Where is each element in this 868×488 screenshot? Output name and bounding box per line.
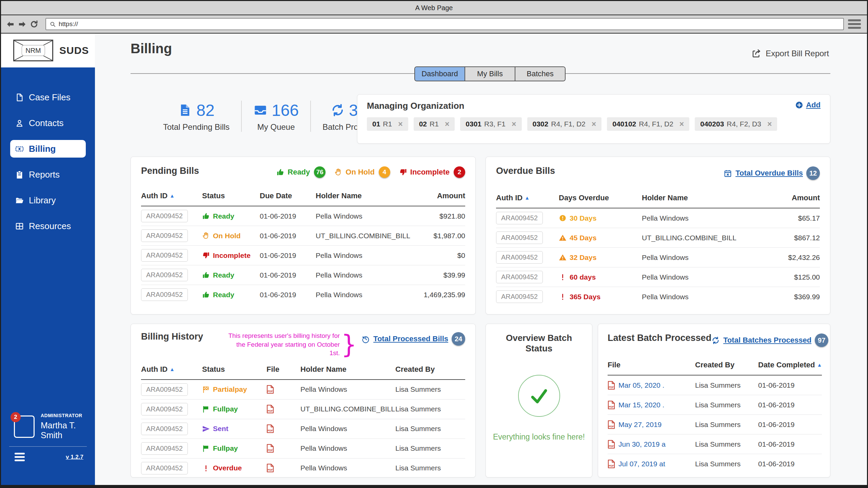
sidebar-item-library[interactable]: Library <box>10 191 86 209</box>
pdf-file-button[interactable]: PDF <box>267 385 274 394</box>
add-organization-button[interactable]: Add <box>795 101 821 109</box>
pdf-icon: PDF <box>608 460 615 468</box>
column-header-amount[interactable]: Amount <box>737 194 820 208</box>
pdf-file-button[interactable]: PDF <box>267 464 274 472</box>
pdf-file-button[interactable]: PDF <box>267 424 274 433</box>
chip-remove-icon[interactable]: × <box>679 120 684 129</box>
svg-text:PDF: PDF <box>268 390 273 393</box>
column-header-holder-name[interactable]: Holder Name <box>642 194 737 208</box>
column-header-auth-id[interactable]: Auth ID▲ <box>141 191 202 206</box>
chip-remove-icon[interactable]: × <box>512 120 516 129</box>
auth-id-box[interactable]: ARA009452 <box>496 271 543 283</box>
total-processed-bills-link[interactable]: Total Processed Bills 24 <box>361 332 465 346</box>
forward-button[interactable] <box>18 20 27 29</box>
auth-id-box[interactable]: ARA009452 <box>496 290 543 303</box>
auth-id-box[interactable]: ARA009452 <box>141 269 188 281</box>
collapse-menu-button[interactable] <box>15 453 25 461</box>
billing-history-card: Billing History This represents user's b… <box>131 324 476 477</box>
org-chip-01: 01R1× <box>367 117 408 131</box>
auth-id-box[interactable]: ARA009452 <box>141 423 188 435</box>
stat-my-queue: 166My Queue <box>242 101 310 132</box>
clipboard-icon <box>15 170 24 179</box>
legend-on-hold[interactable]: On Hold4 <box>334 166 390 178</box>
auth-id-box[interactable]: ARA009452 <box>496 212 543 224</box>
table-cell: PDF <box>267 459 300 478</box>
table-cell: ARA009452 <box>496 228 559 248</box>
legend-incomplete[interactable]: Incomplete2 <box>399 166 465 178</box>
pdf-icon: PDF <box>608 440 615 449</box>
file-link[interactable]: PDFMar 05, 2020 . <box>608 381 664 390</box>
pdf-file-button[interactable]: PDF <box>267 444 274 453</box>
managing-organization-title: Managing Organization <box>367 101 464 111</box>
column-header-status[interactable]: Status <box>202 365 267 380</box>
column-header-created-by[interactable]: Created By <box>695 361 758 375</box>
chip-remove-icon[interactable]: × <box>445 120 449 129</box>
column-header-status[interactable]: Status <box>202 191 260 206</box>
table-cell: PDF <box>267 400 300 419</box>
hand-icon <box>334 168 342 176</box>
status-cell: Ready <box>202 212 234 220</box>
sidebar-item-resources[interactable]: Resources <box>10 217 86 235</box>
column-header-created-by[interactable]: Created By <box>395 365 465 380</box>
browser-menu-button[interactable] <box>848 19 861 29</box>
table-cell: $867.12 <box>737 228 820 248</box>
sidebar-item-case-files[interactable]: Case Files <box>10 88 86 106</box>
sidebar-item-contacts[interactable]: Contacts <box>10 114 86 132</box>
total-overdue-bills-link[interactable]: Total Overdue Bills 12 <box>724 166 820 180</box>
thumbs-up-icon <box>202 271 210 279</box>
auth-id-box[interactable]: ARA009452 <box>496 231 543 244</box>
auth-id-box[interactable]: ARA009452 <box>141 288 188 301</box>
address-bar[interactable]: https:// <box>45 18 844 30</box>
legend-ready[interactable]: Ready76 <box>276 166 326 178</box>
table-cell: PDF <box>267 419 300 439</box>
file-link[interactable]: PDFMay 27, 2019 <box>608 420 662 429</box>
pdf-file-button[interactable]: PDF <box>267 405 274 413</box>
file-link[interactable]: PDFJun 30, 2019 a <box>608 440 666 449</box>
chip-remove-icon[interactable]: × <box>398 120 402 129</box>
column-header-auth-id[interactable]: Auth ID▲ <box>496 194 559 208</box>
column-header-holder-name[interactable]: Holder Name <box>300 365 395 380</box>
file-link[interactable]: PDFJul 07, 2019 at <box>608 460 665 468</box>
auth-id-box[interactable]: ARA009452 <box>141 403 188 415</box>
column-header-due-date[interactable]: Due Date <box>260 191 316 206</box>
table-cell: PDF <box>267 439 300 459</box>
total-batches-processed-link[interactable]: Total Batches Processed 97 <box>711 333 828 347</box>
auth-id-box[interactable]: ARA009452 <box>141 229 188 242</box>
chip-remove-icon[interactable]: × <box>592 120 596 129</box>
file-link[interactable]: PDFMar 15, 2020 . <box>608 401 664 409</box>
column-header-file[interactable]: File <box>267 365 300 380</box>
column-header-file[interactable]: File <box>608 361 695 375</box>
auth-id-box[interactable]: ARA009452 <box>141 249 188 262</box>
reload-button[interactable] <box>29 20 39 29</box>
sidebar-item-reports[interactable]: Reports <box>10 166 86 183</box>
auth-id-box[interactable]: ARA009452 <box>141 383 188 396</box>
tab-my-bills[interactable]: My Bills <box>465 67 515 81</box>
version-link[interactable]: v 1.2.7 <box>66 454 83 461</box>
status-cell: Incomplete <box>202 251 251 260</box>
tab-batches[interactable]: Batches <box>515 67 565 81</box>
tab-dashboard[interactable]: Dashboard <box>415 67 465 81</box>
auth-id-box[interactable]: ARA009452 <box>141 462 188 474</box>
column-header-date-completed[interactable]: Date Completed▲ <box>758 361 822 375</box>
sidebar-item-billing[interactable]: Billing <box>10 140 86 158</box>
table-cell: PDFMar 05, 2020 . <box>608 375 695 395</box>
back-button[interactable] <box>6 20 15 29</box>
table-cell: $2,432.26 <box>737 248 820 267</box>
svg-text:PDF: PDF <box>268 409 273 412</box>
legend-count-badge: 4 <box>379 166 390 178</box>
annotation-text: This represents user's billing history f… <box>224 331 340 358</box>
auth-id-box[interactable]: ARA009452 <box>141 442 188 455</box>
export-bill-report-button[interactable]: Export Bill Report <box>751 48 829 59</box>
person-icon <box>15 119 24 128</box>
status-cell: 60 days <box>559 273 596 281</box>
browser-titlebar: A Web Page <box>1 1 867 15</box>
column-header-auth-id[interactable]: Auth ID▲ <box>141 365 202 380</box>
chip-remove-icon[interactable]: × <box>767 120 772 129</box>
column-header-holder-name[interactable]: Holder Name <box>316 191 411 206</box>
auth-id-box[interactable]: ARA009452 <box>496 251 543 264</box>
avatar[interactable]: 2 <box>14 415 35 438</box>
column-header-amount[interactable]: Amount <box>411 191 465 206</box>
user-profile[interactable]: 2 ADMINISTRATOR Martha T. Smith <box>1 413 95 440</box>
column-header-days-overdue[interactable]: Days Overdue <box>559 194 642 208</box>
auth-id-box[interactable]: ARA009452 <box>141 210 188 222</box>
